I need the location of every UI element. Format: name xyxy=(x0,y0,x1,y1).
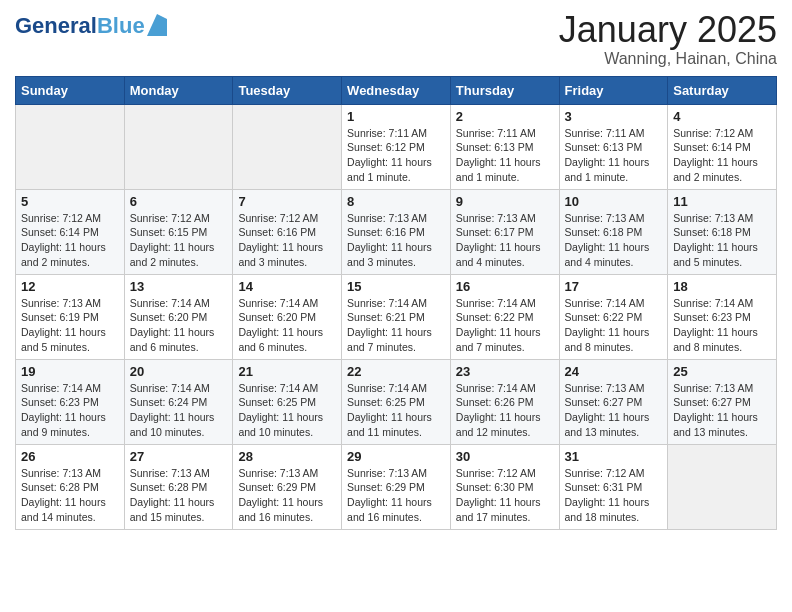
calendar-cell: 10Sunrise: 7:13 AMSunset: 6:18 PMDayligh… xyxy=(559,189,668,274)
day-number: 28 xyxy=(238,449,336,464)
day-number: 20 xyxy=(130,364,228,379)
day-info: Sunrise: 7:14 AMSunset: 6:23 PMDaylight:… xyxy=(21,381,119,440)
calendar-cell: 3Sunrise: 7:11 AMSunset: 6:13 PMDaylight… xyxy=(559,104,668,189)
calendar-week-1: 1Sunrise: 7:11 AMSunset: 6:12 PMDaylight… xyxy=(16,104,777,189)
calendar-table: SundayMondayTuesdayWednesdayThursdayFrid… xyxy=(15,76,777,530)
calendar-week-4: 19Sunrise: 7:14 AMSunset: 6:23 PMDayligh… xyxy=(16,359,777,444)
day-number: 18 xyxy=(673,279,771,294)
day-info: Sunrise: 7:13 AMSunset: 6:18 PMDaylight:… xyxy=(565,211,663,270)
day-number: 12 xyxy=(21,279,119,294)
day-info: Sunrise: 7:12 AMSunset: 6:15 PMDaylight:… xyxy=(130,211,228,270)
day-info: Sunrise: 7:13 AMSunset: 6:18 PMDaylight:… xyxy=(673,211,771,270)
calendar-cell: 30Sunrise: 7:12 AMSunset: 6:30 PMDayligh… xyxy=(450,444,559,529)
calendar-cell: 31Sunrise: 7:12 AMSunset: 6:31 PMDayligh… xyxy=(559,444,668,529)
day-number: 7 xyxy=(238,194,336,209)
day-number: 5 xyxy=(21,194,119,209)
day-info: Sunrise: 7:13 AMSunset: 6:16 PMDaylight:… xyxy=(347,211,445,270)
day-info: Sunrise: 7:14 AMSunset: 6:23 PMDaylight:… xyxy=(673,296,771,355)
day-info: Sunrise: 7:12 AMSunset: 6:31 PMDaylight:… xyxy=(565,466,663,525)
day-number: 27 xyxy=(130,449,228,464)
calendar-week-5: 26Sunrise: 7:13 AMSunset: 6:28 PMDayligh… xyxy=(16,444,777,529)
calendar-cell: 23Sunrise: 7:14 AMSunset: 6:26 PMDayligh… xyxy=(450,359,559,444)
day-info: Sunrise: 7:14 AMSunset: 6:25 PMDaylight:… xyxy=(347,381,445,440)
day-number: 6 xyxy=(130,194,228,209)
day-info: Sunrise: 7:11 AMSunset: 6:13 PMDaylight:… xyxy=(456,126,554,185)
calendar-cell: 18Sunrise: 7:14 AMSunset: 6:23 PMDayligh… xyxy=(668,274,777,359)
calendar-cell: 29Sunrise: 7:13 AMSunset: 6:29 PMDayligh… xyxy=(342,444,451,529)
weekday-thursday: Thursday xyxy=(450,76,559,104)
calendar-cell: 26Sunrise: 7:13 AMSunset: 6:28 PMDayligh… xyxy=(16,444,125,529)
weekday-saturday: Saturday xyxy=(668,76,777,104)
day-number: 30 xyxy=(456,449,554,464)
weekday-friday: Friday xyxy=(559,76,668,104)
calendar-cell: 14Sunrise: 7:14 AMSunset: 6:20 PMDayligh… xyxy=(233,274,342,359)
calendar-cell: 28Sunrise: 7:13 AMSunset: 6:29 PMDayligh… xyxy=(233,444,342,529)
day-info: Sunrise: 7:13 AMSunset: 6:27 PMDaylight:… xyxy=(673,381,771,440)
calendar-cell: 12Sunrise: 7:13 AMSunset: 6:19 PMDayligh… xyxy=(16,274,125,359)
day-number: 15 xyxy=(347,279,445,294)
calendar-cell: 1Sunrise: 7:11 AMSunset: 6:12 PMDaylight… xyxy=(342,104,451,189)
calendar-cell: 13Sunrise: 7:14 AMSunset: 6:20 PMDayligh… xyxy=(124,274,233,359)
day-info: Sunrise: 7:14 AMSunset: 6:22 PMDaylight:… xyxy=(456,296,554,355)
calendar-cell xyxy=(16,104,125,189)
weekday-tuesday: Tuesday xyxy=(233,76,342,104)
calendar-cell: 6Sunrise: 7:12 AMSunset: 6:15 PMDaylight… xyxy=(124,189,233,274)
day-number: 17 xyxy=(565,279,663,294)
weekday-sunday: Sunday xyxy=(16,76,125,104)
calendar-cell: 2Sunrise: 7:11 AMSunset: 6:13 PMDaylight… xyxy=(450,104,559,189)
day-info: Sunrise: 7:14 AMSunset: 6:24 PMDaylight:… xyxy=(130,381,228,440)
calendar-body: 1Sunrise: 7:11 AMSunset: 6:12 PMDaylight… xyxy=(16,104,777,529)
day-info: Sunrise: 7:14 AMSunset: 6:22 PMDaylight:… xyxy=(565,296,663,355)
day-info: Sunrise: 7:13 AMSunset: 6:17 PMDaylight:… xyxy=(456,211,554,270)
calendar-cell: 5Sunrise: 7:12 AMSunset: 6:14 PMDaylight… xyxy=(16,189,125,274)
svg-marker-0 xyxy=(147,14,167,36)
day-number: 16 xyxy=(456,279,554,294)
day-number: 13 xyxy=(130,279,228,294)
calendar-week-3: 12Sunrise: 7:13 AMSunset: 6:19 PMDayligh… xyxy=(16,274,777,359)
day-info: Sunrise: 7:12 AMSunset: 6:14 PMDaylight:… xyxy=(21,211,119,270)
day-number: 19 xyxy=(21,364,119,379)
logo-icon xyxy=(147,14,167,36)
calendar-cell xyxy=(124,104,233,189)
weekday-header-row: SundayMondayTuesdayWednesdayThursdayFrid… xyxy=(16,76,777,104)
calendar-cell: 9Sunrise: 7:13 AMSunset: 6:17 PMDaylight… xyxy=(450,189,559,274)
day-info: Sunrise: 7:14 AMSunset: 6:20 PMDaylight:… xyxy=(238,296,336,355)
calendar-cell: 20Sunrise: 7:14 AMSunset: 6:24 PMDayligh… xyxy=(124,359,233,444)
calendar-cell: 7Sunrise: 7:12 AMSunset: 6:16 PMDaylight… xyxy=(233,189,342,274)
calendar-week-2: 5Sunrise: 7:12 AMSunset: 6:14 PMDaylight… xyxy=(16,189,777,274)
title-area: January 2025 Wanning, Hainan, China xyxy=(559,10,777,68)
day-number: 26 xyxy=(21,449,119,464)
weekday-monday: Monday xyxy=(124,76,233,104)
day-number: 2 xyxy=(456,109,554,124)
logo-text: GeneralBlue xyxy=(15,15,145,37)
calendar-cell: 16Sunrise: 7:14 AMSunset: 6:22 PMDayligh… xyxy=(450,274,559,359)
day-number: 21 xyxy=(238,364,336,379)
day-info: Sunrise: 7:14 AMSunset: 6:26 PMDaylight:… xyxy=(456,381,554,440)
location: Wanning, Hainan, China xyxy=(559,50,777,68)
calendar-cell: 25Sunrise: 7:13 AMSunset: 6:27 PMDayligh… xyxy=(668,359,777,444)
day-info: Sunrise: 7:13 AMSunset: 6:27 PMDaylight:… xyxy=(565,381,663,440)
day-info: Sunrise: 7:13 AMSunset: 6:29 PMDaylight:… xyxy=(238,466,336,525)
day-number: 29 xyxy=(347,449,445,464)
day-info: Sunrise: 7:13 AMSunset: 6:28 PMDaylight:… xyxy=(130,466,228,525)
day-number: 9 xyxy=(456,194,554,209)
day-number: 11 xyxy=(673,194,771,209)
day-info: Sunrise: 7:13 AMSunset: 6:28 PMDaylight:… xyxy=(21,466,119,525)
month-title: January 2025 xyxy=(559,10,777,50)
day-info: Sunrise: 7:14 AMSunset: 6:25 PMDaylight:… xyxy=(238,381,336,440)
day-number: 23 xyxy=(456,364,554,379)
calendar-cell xyxy=(668,444,777,529)
day-info: Sunrise: 7:14 AMSunset: 6:21 PMDaylight:… xyxy=(347,296,445,355)
day-info: Sunrise: 7:11 AMSunset: 6:12 PMDaylight:… xyxy=(347,126,445,185)
day-info: Sunrise: 7:13 AMSunset: 6:19 PMDaylight:… xyxy=(21,296,119,355)
day-info: Sunrise: 7:11 AMSunset: 6:13 PMDaylight:… xyxy=(565,126,663,185)
calendar-cell: 4Sunrise: 7:12 AMSunset: 6:14 PMDaylight… xyxy=(668,104,777,189)
day-number: 25 xyxy=(673,364,771,379)
day-number: 10 xyxy=(565,194,663,209)
weekday-wednesday: Wednesday xyxy=(342,76,451,104)
calendar-cell: 15Sunrise: 7:14 AMSunset: 6:21 PMDayligh… xyxy=(342,274,451,359)
calendar-cell: 19Sunrise: 7:14 AMSunset: 6:23 PMDayligh… xyxy=(16,359,125,444)
day-info: Sunrise: 7:14 AMSunset: 6:20 PMDaylight:… xyxy=(130,296,228,355)
day-number: 3 xyxy=(565,109,663,124)
day-number: 8 xyxy=(347,194,445,209)
